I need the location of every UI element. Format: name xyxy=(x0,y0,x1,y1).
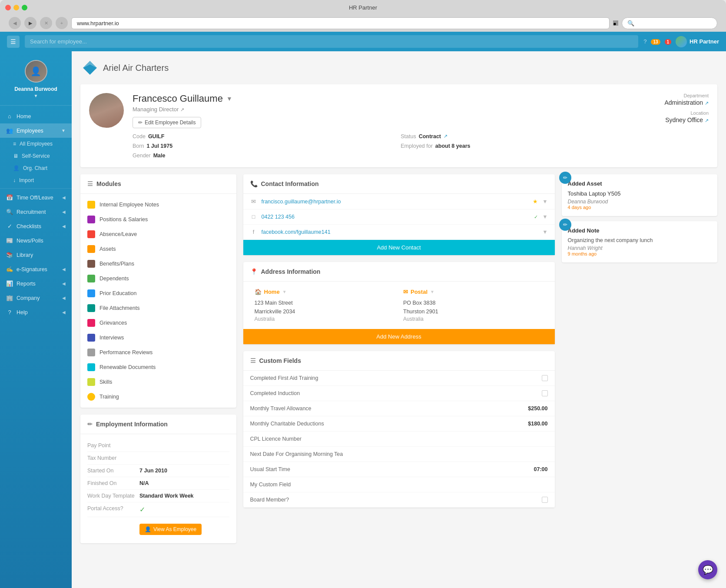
left-column: ☰ Modules Internal Employee Notes xyxy=(80,174,236,543)
sidebar-item-org-chart[interactable]: 👤 Org. Chart xyxy=(0,162,72,174)
first-aid-checkbox[interactable] xyxy=(542,375,548,381)
module-label: Renewable Documents xyxy=(99,364,156,370)
sidebar-item-company[interactable]: 🏢 Company ◀ xyxy=(0,291,72,305)
postal-address-type: ✉ Postal ▼ xyxy=(403,289,544,295)
sidebar-item-news[interactable]: 📰 News/Polls xyxy=(0,233,72,248)
sidebar-item-recruitment[interactable]: 🔍 Recruitment ◀ xyxy=(0,205,72,219)
help-nav-icon: ? xyxy=(6,309,13,316)
employee-name: Francesco Guillaume xyxy=(133,93,223,104)
module-list: Internal Employee Notes Positions & Sala… xyxy=(80,194,236,408)
traffic-light-red[interactable] xyxy=(5,5,11,10)
sidebar-item-timeoff[interactable]: 📅 Time Off/Leave ◀ xyxy=(0,190,72,205)
contact-panel: 📞 Contact Information ✉ francisco.guilla… xyxy=(243,174,555,255)
notification-count: 13 xyxy=(651,39,660,45)
meta-gender: Gender Male xyxy=(133,153,388,159)
company-logo-icon xyxy=(82,60,98,76)
module-item-renewable[interactable]: Renewable Documents xyxy=(80,360,236,375)
sidebar-item-home[interactable]: ⌂ Home xyxy=(0,109,72,123)
asset-edit-fab[interactable]: ✏ xyxy=(559,172,571,184)
module-item-dependents[interactable]: Dependents xyxy=(80,271,236,286)
view-as-employee-button[interactable]: 👤 View As Employee xyxy=(139,524,202,535)
postal-dropdown[interactable]: ▼ xyxy=(430,289,434,294)
field-travel-allowance: Monthly Travel Allowance $250.00 xyxy=(243,401,555,416)
chat-fab-button[interactable]: 💬 xyxy=(698,560,717,579)
module-item-performance[interactable]: Performance Reviews xyxy=(80,345,236,360)
meta-born: Born 1 Jul 1975 xyxy=(133,143,388,149)
sidebar-item-checklists[interactable]: ✓ Checklists ◀ xyxy=(0,219,72,233)
contact-header-icon: 📞 xyxy=(250,180,258,187)
back-button[interactable]: ◀ xyxy=(9,17,21,29)
facebook-dropdown-icon[interactable]: ▼ xyxy=(542,229,547,235)
dept-value: Administration ↗ xyxy=(664,99,709,106)
traffic-light-green[interactable] xyxy=(22,5,27,10)
close-button[interactable]: ✕ xyxy=(40,17,52,29)
nav-divider-1 xyxy=(0,188,72,189)
module-icon-purple xyxy=(87,216,95,223)
module-item-positions[interactable]: Positions & Salaries xyxy=(80,212,236,227)
module-item-skills[interactable]: Skills xyxy=(80,375,236,389)
add-address-button[interactable]: Add New Address xyxy=(243,329,555,344)
added-asset-card: ✏ Added Asset Toshiba Laptop Y505 Deanna… xyxy=(562,174,718,216)
add-contact-button[interactable]: Add New Contact xyxy=(243,240,555,255)
sidebar-item-employees[interactable]: 👥 Employees ▼ xyxy=(0,123,72,138)
employees-icon: 👥 xyxy=(6,127,13,134)
modules-panel: ☰ Modules Internal Employee Notes xyxy=(80,174,236,408)
module-item-internal-notes[interactable]: Internal Employee Notes xyxy=(80,197,236,212)
traffic-light-yellow[interactable] xyxy=(13,5,19,10)
edit-btn-label: Edit Employee Details xyxy=(145,120,196,126)
new-tab-button[interactable]: + xyxy=(56,17,68,29)
help-icon[interactable]: ? xyxy=(643,38,646,45)
help-label: Help xyxy=(17,309,28,316)
user-dropdown-icon[interactable]: ▼ xyxy=(34,93,38,98)
address-bar[interactable]: www.hrpartner.io xyxy=(71,17,610,29)
sidebar-item-self-service[interactable]: 🖥 Self-Service xyxy=(0,150,72,162)
module-label: Prior Education xyxy=(99,290,136,296)
employee-meta: Code GUILF Status Contract ↗ Born xyxy=(133,133,656,159)
hamburger-button[interactable]: ☰ xyxy=(7,36,20,48)
postal-label: Postal xyxy=(411,289,428,295)
employee-search-input[interactable] xyxy=(25,35,638,48)
notifications-badge[interactable]: 13 xyxy=(651,38,660,45)
note-added-by: Hannah Wright xyxy=(568,245,712,251)
taxnumber-label: Tax Number xyxy=(87,455,139,461)
employee-name-dropdown[interactable]: ▼ xyxy=(226,95,232,102)
dept-ext-link[interactable]: ↗ xyxy=(705,100,709,106)
org-chart-icon: 👤 xyxy=(13,165,20,171)
title-ext-link[interactable]: ↗ xyxy=(180,107,184,112)
module-item-benefits[interactable]: Benefits/Plans xyxy=(80,256,236,271)
home-icon: ⌂ xyxy=(6,113,13,120)
field-first-aid: Completed First Aid Training xyxy=(243,371,555,386)
sidebar-item-all-employees[interactable]: ≡ All Employees xyxy=(0,138,72,150)
module-item-training[interactable]: Training xyxy=(80,389,236,404)
edit-employee-button[interactable]: ✏ Edit Employee Details xyxy=(133,117,201,128)
location-ext-link[interactable]: ↗ xyxy=(705,118,709,123)
module-item-grievances[interactable]: Grievances xyxy=(80,316,236,330)
sidebar-item-import[interactable]: ↓ Import xyxy=(0,174,72,186)
browser-search[interactable]: 🔍 xyxy=(622,17,717,29)
code-label: Code xyxy=(133,133,146,140)
phone-dropdown-icon[interactable]: ▼ xyxy=(542,214,547,220)
home-dropdown[interactable]: ▼ xyxy=(282,289,287,294)
status-ext-link[interactable]: ↗ xyxy=(444,133,448,140)
recruitment-icon: 🔍 xyxy=(6,209,13,215)
forward-button[interactable]: ▶ xyxy=(24,17,36,29)
board-member-checkbox[interactable] xyxy=(542,497,548,503)
sidebar-item-help[interactable]: ? Help ◀ xyxy=(0,305,72,319)
employee-profile: Francesco Guillaume ▼ Managing Director … xyxy=(80,84,717,167)
module-item-prior-education[interactable]: Prior Education xyxy=(80,286,236,301)
alerts-badge[interactable]: 1 xyxy=(665,38,672,45)
note-edit-fab[interactable]: ✏ xyxy=(559,219,571,231)
sidebar-item-library[interactable]: 📚 Library xyxy=(0,248,72,262)
middle-column: 📞 Contact Information ✉ francisco.guilla… xyxy=(243,174,555,508)
sidebar-item-reports[interactable]: 📊 Reports ◀ xyxy=(0,276,72,291)
module-item-absence[interactable]: Absence/Leave xyxy=(80,227,236,242)
module-item-file-attachments[interactable]: File Attachments xyxy=(80,301,236,316)
module-item-assets[interactable]: Assets xyxy=(80,242,236,256)
module-item-interviews[interactable]: Interviews xyxy=(80,330,236,345)
email-dropdown-icon[interactable]: ▼ xyxy=(542,199,547,205)
portal-label: Portal Access? xyxy=(87,505,139,514)
module-icon-red xyxy=(87,230,95,238)
induction-checkbox[interactable] xyxy=(542,390,548,396)
sidebar-item-esignatures[interactable]: ✍ e-Signatures ◀ xyxy=(0,262,72,276)
module-label: Positions & Salaries xyxy=(99,216,148,223)
